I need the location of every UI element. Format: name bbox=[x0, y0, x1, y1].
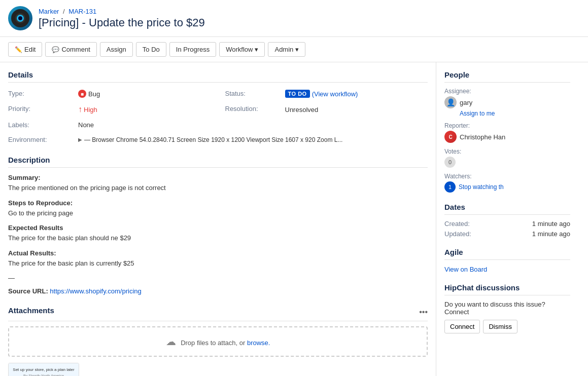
logo-eye bbox=[15, 13, 25, 23]
actual-label: Actual Results: bbox=[8, 249, 428, 257]
people-title: People bbox=[444, 70, 570, 83]
hipchat-buttons: Connect Dismiss bbox=[444, 320, 570, 333]
votes-badge: 0 bbox=[444, 157, 456, 168]
workflow-button[interactable]: Workflow ▾ bbox=[219, 42, 265, 57]
assign-label: Assign bbox=[107, 46, 126, 53]
environment-value: ▶ — Browser Chrome 54.0.2840.71 Screen S… bbox=[78, 134, 428, 145]
env-text: — Browser Chrome 54.0.2840.71 Screen Siz… bbox=[84, 136, 342, 143]
project-logo bbox=[8, 6, 32, 30]
issue-header: Marker / MAR-131 [Pricing] - Update the … bbox=[0, 0, 588, 37]
admin-button[interactable]: Admin ▾ bbox=[268, 42, 305, 57]
thumb-content: Set up your store, pick a plan later By … bbox=[9, 363, 79, 376]
labels-label: Labels: bbox=[8, 119, 74, 131]
hipchat-text: Do you want to discuss this issue? Conne… bbox=[444, 300, 570, 316]
assignee-avatar bbox=[444, 96, 457, 108]
summary-text: The price mentioned on the pricing page … bbox=[8, 183, 428, 193]
assign-to-me-link[interactable]: Assign to me bbox=[460, 110, 570, 117]
main-content: Details Type: ■ Bug Status: TO DO (View … bbox=[0, 62, 436, 376]
reporter-value: C Christophe Han bbox=[444, 131, 570, 143]
drop-text: Drop files to attach, or bbox=[181, 339, 245, 347]
comment-icon: 💬 bbox=[52, 46, 59, 53]
main-layout: Details Type: ■ Bug Status: TO DO (View … bbox=[0, 62, 588, 376]
drop-zone[interactable]: ☁ Drop files to attach, or browse. bbox=[8, 326, 428, 357]
thumb-title: Set up your store, pick a plan later bbox=[13, 367, 75, 372]
source-url-row: Source URL: https://www.shopify.com/pric… bbox=[8, 286, 428, 296]
steps-label: Steps to Reproduce: bbox=[8, 199, 428, 207]
more-options-icon[interactable]: ••• bbox=[419, 308, 428, 317]
hipchat-section: HipChat discussions Do you want to discu… bbox=[444, 283, 570, 333]
resolution-label: Resolution: bbox=[225, 103, 281, 116]
status-label: Status: bbox=[225, 88, 281, 100]
separator: — bbox=[8, 273, 428, 283]
connect-button[interactable]: Connect bbox=[444, 320, 480, 333]
toolbar: ✏️ Edit 💬 Comment Assign To Do In Progre… bbox=[0, 37, 588, 62]
attachments-title: Attachments bbox=[8, 306, 54, 318]
resolution-value: Unresolved bbox=[285, 103, 428, 116]
reporter-name: Christophe Han bbox=[460, 133, 505, 141]
labels-value: None bbox=[78, 119, 221, 131]
logo-inner bbox=[11, 9, 29, 27]
thumb-sub: By Shopify North America (shopify.com) bbox=[13, 374, 75, 376]
type-text: Bug bbox=[88, 90, 100, 98]
attachment-thumbnail[interactable]: Set up your store, pick a plan later By … bbox=[8, 363, 79, 376]
reporter-row: Reporter: C Christophe Han bbox=[444, 122, 570, 143]
updated-value: 1 minute ago bbox=[532, 230, 570, 238]
view-on-board-link[interactable]: View on Board bbox=[444, 266, 487, 273]
inprogress-button[interactable]: In Progress bbox=[169, 42, 216, 57]
status-value: TO DO (View workflow) bbox=[285, 88, 428, 100]
agile-title: Agile bbox=[444, 248, 570, 260]
dismiss-button[interactable]: Dismiss bbox=[483, 320, 517, 333]
assignee-value: gary bbox=[444, 96, 570, 108]
updated-label: Updated: bbox=[444, 230, 471, 238]
comment-label: Comment bbox=[61, 46, 90, 53]
stop-watching-link[interactable]: Stop watching th bbox=[459, 183, 504, 191]
env-expand-icon[interactable]: ▶ bbox=[78, 137, 82, 142]
upload-icon: ☁ bbox=[166, 336, 176, 347]
edit-button[interactable]: ✏️ Edit bbox=[8, 42, 42, 57]
priority-text: High bbox=[84, 106, 97, 114]
priority-up-icon: ↑ bbox=[78, 105, 82, 114]
watchers-label: Watchers: bbox=[444, 173, 570, 180]
admin-label: Admin bbox=[274, 46, 293, 53]
details-title: Details bbox=[8, 70, 428, 83]
view-workflow-link[interactable]: (View workflow) bbox=[312, 90, 358, 98]
description-section: Description Summary: The price mentioned… bbox=[8, 156, 428, 296]
description-title: Description bbox=[8, 156, 428, 168]
updated-row: Updated: 1 minute ago bbox=[444, 230, 570, 238]
chevron-down-icon-admin: ▾ bbox=[295, 46, 299, 53]
environment-label: Environment: bbox=[8, 134, 74, 145]
header-text: Marker / MAR-131 [Pricing] - Update the … bbox=[39, 8, 205, 29]
priority-label: Priority: bbox=[8, 103, 74, 116]
breadcrumb: Marker / MAR-131 bbox=[39, 8, 205, 15]
agile-section: Agile View on Board bbox=[444, 248, 570, 273]
dates-section: Dates Created: 1 minute ago Updated: 1 m… bbox=[444, 203, 570, 238]
breadcrumb-project[interactable]: Marker bbox=[39, 8, 59, 15]
assign-button[interactable]: Assign bbox=[100, 42, 133, 57]
status-badge: TO DO bbox=[285, 90, 310, 98]
breadcrumb-issue[interactable]: MAR-131 bbox=[68, 8, 96, 15]
comment-button[interactable]: 💬 Comment bbox=[45, 42, 96, 57]
priority-value: ↑ High bbox=[78, 103, 221, 116]
expected-label: Expected Results bbox=[8, 224, 428, 232]
dates-title: Dates bbox=[444, 203, 570, 215]
reporter-label: Reporter: bbox=[444, 122, 570, 129]
assignee-row: Assignee: gary Assign to me bbox=[444, 88, 570, 117]
created-label: Created: bbox=[444, 220, 470, 228]
chevron-down-icon: ▾ bbox=[255, 46, 258, 53]
assignee-name: gary bbox=[460, 99, 472, 106]
browse-link[interactable]: browse. bbox=[247, 339, 270, 347]
attachments-header: Attachments ••• bbox=[8, 306, 428, 321]
breadcrumb-separator: / bbox=[63, 8, 65, 15]
source-label: Source URL: bbox=[8, 287, 48, 295]
details-section: Details Type: ■ Bug Status: TO DO (View … bbox=[8, 70, 428, 145]
edit-label: Edit bbox=[24, 46, 36, 53]
created-row: Created: 1 minute ago bbox=[444, 220, 570, 228]
created-value: 1 minute ago bbox=[532, 220, 570, 228]
actual-text: The price for the basic plan is currentl… bbox=[8, 258, 428, 269]
workflow-label: Workflow bbox=[226, 46, 253, 53]
inprogress-label: In Progress bbox=[176, 46, 210, 53]
todo-label: To Do bbox=[143, 46, 160, 53]
todo-button[interactable]: To Do bbox=[136, 42, 166, 57]
source-url-link[interactable]: https://www.shopify.com/pricing bbox=[50, 287, 141, 295]
watch-badge: 1 bbox=[444, 181, 456, 193]
